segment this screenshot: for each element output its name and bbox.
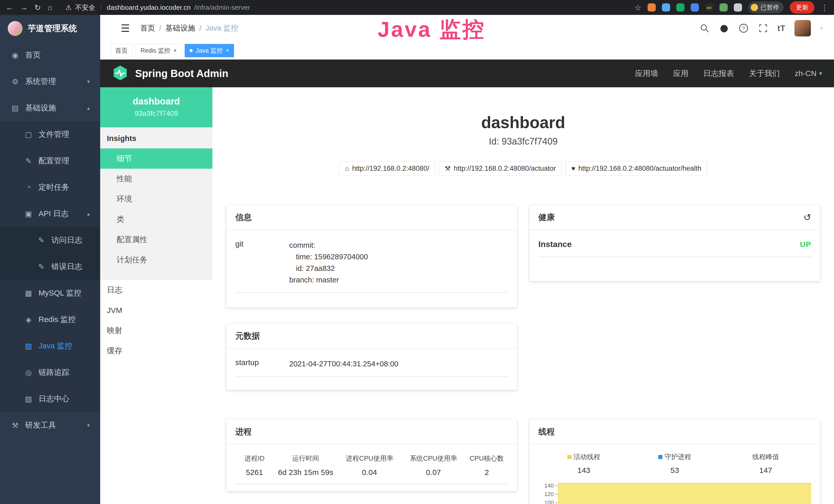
browser-chrome: ← → ↻ ⌂ ⚠ 不安全 dashboard.yudao.iocoder.cn… <box>0 0 834 15</box>
sidebar-item-mysql-monitor[interactable]: ▦ MySQL 监控 <box>0 280 100 306</box>
sba-menu-scheduled-tasks[interactable]: 计划任务 <box>100 250 213 270</box>
font-size-icon[interactable]: tT <box>777 24 785 33</box>
paused-label: 已暂停 <box>761 3 779 12</box>
home-icon: ⌂ <box>345 165 349 173</box>
extension-icon-1[interactable] <box>648 3 656 12</box>
sba-menu-jvm[interactable]: JVM <box>100 300 213 320</box>
chevron-down-icon: ▾ <box>819 70 822 77</box>
threads-card: 线程 活动线程 14 <box>529 419 820 504</box>
sba-menu-details[interactable]: 细节 <box>100 148 213 169</box>
peak-threads-value: 147 <box>720 466 811 475</box>
sba-menu-environment[interactable]: 环境 <box>100 189 213 209</box>
puzzle-extensions-icon[interactable] <box>734 3 742 12</box>
bookmark-star-icon[interactable]: ☆ <box>634 3 641 12</box>
tab-close-icon[interactable]: × <box>226 47 229 54</box>
home-icon[interactable]: ⌂ <box>47 3 52 12</box>
axis-tick-label: 120 <box>544 491 554 498</box>
git-time-line: time: 1596289704000 <box>289 251 508 263</box>
sba-nav-applications[interactable]: 应用 <box>673 68 688 79</box>
breadcrumb-separator: / <box>159 24 161 32</box>
tag-tabs-bar: 首页 Redis 监控 × Java 监控 × <box>100 42 834 60</box>
extension-icon-2[interactable] <box>662 3 670 12</box>
threads-legend: 活动线程 143 守护进程 <box>539 452 811 475</box>
extension-icon-4[interactable] <box>691 3 699 12</box>
history-icon[interactable]: ↺ <box>804 212 811 223</box>
daemon-threads-swatch <box>658 455 662 459</box>
reload-icon[interactable]: ↻ <box>35 3 41 12</box>
extension-icon-6[interactable] <box>720 3 728 12</box>
breadcrumb-infrastructure[interactable]: 基础设施 <box>166 23 195 33</box>
sba-menu-classes[interactable]: 类 <box>100 209 213 230</box>
sidebar-item-dev-tools[interactable]: ⚒ 研发工具 ▾ <box>0 412 100 438</box>
help-icon[interactable]: ? <box>739 23 749 33</box>
active-tab-dot <box>190 49 193 52</box>
breadcrumb-home[interactable]: 首页 <box>140 23 155 33</box>
chrome-right-cluster: ☆ on 已暂停 更新 ⋮ <box>634 1 828 14</box>
tab-java-monitor[interactable]: Java 监控 × <box>185 44 234 57</box>
search-icon[interactable] <box>699 23 710 33</box>
sidebar-item-access-logs[interactable]: ✎ 访问日志 <box>0 227 100 253</box>
sidebar-item-config-management[interactable]: ✎ 配置管理 <box>0 147 100 174</box>
doc-icon: ✎ <box>37 262 46 271</box>
profile-paused-badge[interactable]: 已暂停 <box>748 2 784 13</box>
sidebar-item-log-center[interactable]: ▨ 日志中心 <box>0 386 100 412</box>
sidebar-item-java-monitor[interactable]: ▧ Java 监控 <box>0 333 100 359</box>
process-header-system-cpu: 系统CPU使用率 <box>401 454 465 468</box>
sidebar-item-label: 配置管理 <box>39 156 69 166</box>
sba-locale-select[interactable]: zh-CN ▾ <box>795 69 822 78</box>
instance-actuator-link[interactable]: ⚒ http://192.168.0.2:48080/actuator <box>439 161 562 176</box>
file-icon: ▢ <box>24 130 34 139</box>
back-icon[interactable]: ← <box>6 3 13 12</box>
instance-health-link[interactable]: ♥ http://192.168.0.2:48080/actuator/heal… <box>565 161 707 176</box>
link-url: http://192.168.0.2:48080/ <box>352 165 429 173</box>
instance-home-link[interactable]: ⌂ http://192.168.0.2:48080/ <box>339 161 435 176</box>
link-url: http://192.168.0.2:48080/actuator <box>454 165 556 173</box>
avatar-caret-icon[interactable]: ▾ <box>820 25 823 31</box>
github-icon[interactable] <box>719 23 729 33</box>
user-avatar[interactable] <box>794 20 811 37</box>
sidebar-item-infrastructure[interactable]: ▤ 基础设施 ▴ <box>0 95 100 121</box>
breadcrumb-separator: / <box>199 24 201 32</box>
git-key: git <box>235 239 289 286</box>
chrome-update-button[interactable]: 更新 <box>790 1 814 14</box>
forward-icon[interactable]: → <box>20 3 28 12</box>
sidebar-item-trace[interactable]: ◎ 链路追踪 <box>0 359 100 386</box>
process-value-process-cpu: 0.04 <box>337 468 401 477</box>
sba-menu-logs[interactable]: 日志 <box>100 280 213 300</box>
sba-menu-mappings[interactable]: 映射 <box>100 320 213 341</box>
sba-menu-caches[interactable]: 缓存 <box>100 341 213 361</box>
sba-instance-header[interactable]: dashboard 93a3fc7f7409 <box>100 87 213 127</box>
tab-home[interactable]: 首页 <box>110 44 133 57</box>
hamburger-icon[interactable]: ☰ <box>121 22 130 34</box>
sidebar-item-file-management[interactable]: ▢ 文件管理 <box>0 121 100 147</box>
extension-icon-5[interactable]: on <box>705 3 713 12</box>
health-card-title: 健康 <box>539 212 555 223</box>
sba-nav-wallboard[interactable]: 应用墙 <box>635 68 658 79</box>
sidebar-item-error-logs[interactable]: ✎ 错误日志 <box>0 253 100 280</box>
sidebar-item-scheduled-tasks[interactable]: ◔ 定时任务 <box>0 174 100 201</box>
sba-menu-config-props[interactable]: 配置属性 <box>100 230 213 250</box>
sidebar-item-label: MySQL 监控 <box>39 288 82 298</box>
breadcrumb: 首页 / 基础设施 / Java 监控 <box>140 23 238 33</box>
address-bar[interactable]: ⚠ 不安全 dashboard.yudao.iocoder.cn/infra/a… <box>66 3 250 12</box>
legend-daemon-threads: 守护进程 53 <box>629 452 720 475</box>
tab-redis-monitor[interactable]: Redis 监控 × <box>136 44 182 57</box>
sba-insights-group: Insights 细节 性能 环境 类 配置属性 计划任务 <box>100 127 213 280</box>
sba-nav-journal[interactable]: 日志报表 <box>703 68 734 79</box>
sidebar-item-redis-monitor[interactable]: ◈ Redis 监控 <box>0 306 100 333</box>
app-logo[interactable]: 芋道管理系统 <box>0 15 100 42</box>
sba-brand-title[interactable]: Spring Boot Admin <box>135 68 228 79</box>
sidebar-item-api-logs[interactable]: ▣ API 日志 ▴ <box>0 201 100 227</box>
chrome-menu-icon[interactable]: ⋮ <box>821 3 828 12</box>
sba-sidebar: dashboard 93a3fc7f7409 Insights 细节 性能 环境… <box>100 87 213 504</box>
tab-close-icon[interactable]: × <box>173 47 177 54</box>
sidebar-item-home[interactable]: ◉ 首页 <box>0 42 100 68</box>
process-divider <box>235 484 508 484</box>
sidebar-item-system-management[interactable]: ⚙ 系统管理 ▾ <box>0 68 100 95</box>
sba-instance-id: 93a3fc7f7409 <box>103 109 210 118</box>
sba-nav-about[interactable]: 关于我们 <box>749 68 780 79</box>
extension-icon-3[interactable] <box>676 3 684 12</box>
fullscreen-icon[interactable] <box>758 23 768 33</box>
sba-menu-metrics[interactable]: 性能 <box>100 169 213 189</box>
left-card-column: 信息 git commit: time: 1596289704000 id: 2… <box>226 176 517 491</box>
